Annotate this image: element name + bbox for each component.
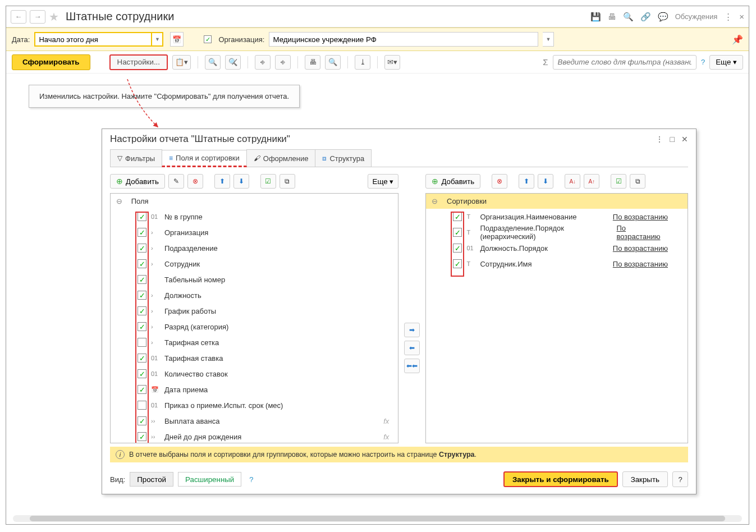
field-row[interactable]: ✓01№ в группе bbox=[111, 209, 398, 224]
mail-button[interactable]: ✉▾ bbox=[384, 55, 400, 70]
field-row[interactable]: ✓Табельный номер bbox=[111, 272, 398, 287]
sort-asc-button[interactable]: A↓ bbox=[565, 174, 580, 189]
org-dropdown-button[interactable]: ▼ bbox=[543, 32, 554, 47]
help-icon[interactable]: ? bbox=[701, 58, 705, 66]
field-checkbox[interactable]: ✓ bbox=[138, 212, 146, 221]
field-row[interactable]: ✓››Дней до дня рожденияfx bbox=[111, 429, 398, 443]
field-checkbox[interactable]: ✓ bbox=[138, 385, 146, 394]
tab-fields-sorting[interactable]: ≡Поля и сортировки bbox=[162, 150, 247, 167]
preview-icon[interactable]: 🔍 bbox=[623, 12, 634, 22]
more-button[interactable]: Еще ▾ bbox=[709, 55, 743, 70]
delete-field-button[interactable]: ⊗ bbox=[187, 174, 203, 189]
sort-row[interactable]: ✓TСотрудник.ИмяПо возрастанию bbox=[426, 256, 688, 272]
link-icon[interactable]: 🔗 bbox=[640, 12, 651, 22]
close-and-generate-button[interactable]: Закрыть и сформировать bbox=[503, 471, 618, 487]
move-all-left-button[interactable]: ⬅⬅ bbox=[404, 359, 420, 373]
sort-copy-button[interactable]: ⧉ bbox=[630, 174, 645, 189]
sort-desc-button[interactable]: A↑ bbox=[584, 174, 599, 189]
date-calendar-button[interactable]: 📅 bbox=[170, 32, 184, 47]
move-left-button[interactable]: ⬅ bbox=[404, 341, 420, 355]
nav-back-button[interactable]: ← bbox=[11, 10, 26, 24]
view-simple-button[interactable]: Простой bbox=[130, 472, 173, 487]
sort-check-all-button[interactable]: ☑ bbox=[611, 174, 626, 189]
move-down-button[interactable]: ⬇ bbox=[233, 174, 249, 189]
field-checkbox[interactable]: ✓ bbox=[138, 322, 146, 331]
menu-dots-icon[interactable]: ⋮ bbox=[724, 12, 732, 22]
field-row[interactable]: ›Тарифная сетка bbox=[111, 334, 398, 350]
field-checkbox[interactable]: ✓ bbox=[138, 306, 146, 315]
sort-checkbox[interactable]: ✓ bbox=[453, 244, 462, 253]
save-settings-button[interactable]: 📋▾ bbox=[172, 55, 191, 70]
dialog-menu-icon[interactable]: ⋮ bbox=[656, 135, 663, 144]
tab-filters[interactable]: ▽Фильтры bbox=[110, 149, 162, 167]
add-field-button[interactable]: ⊕Добавить bbox=[110, 174, 165, 189]
tab-appearance[interactable]: 🖌Оформление bbox=[246, 149, 316, 167]
sigma-icon[interactable]: Σ bbox=[543, 57, 548, 67]
pin-icon[interactable]: 📌 bbox=[732, 34, 743, 45]
generate-button[interactable]: Сформировать bbox=[12, 54, 90, 70]
field-row[interactable]: ✓›Сотрудник bbox=[111, 256, 398, 272]
field-checkbox[interactable]: ✓ bbox=[138, 369, 146, 378]
date-dropdown-button[interactable]: ▼ bbox=[152, 32, 163, 47]
sort-direction[interactable]: По возрастанию bbox=[613, 244, 668, 253]
field-checkbox[interactable] bbox=[138, 401, 146, 410]
field-checkbox[interactable]: ✓ bbox=[138, 244, 146, 253]
dialog-close-icon[interactable]: ✕ bbox=[681, 135, 688, 144]
search-cancel-button[interactable]: 🔍̸ bbox=[225, 55, 241, 70]
field-row[interactable]: ✓›График работы bbox=[111, 303, 398, 319]
field-row[interactable]: 01Приказ о приеме.Испыт. срок (мес) bbox=[111, 397, 398, 413]
preview2-button[interactable]: 🔍 bbox=[325, 55, 341, 70]
filter-input[interactable] bbox=[553, 55, 697, 70]
sort-row[interactable]: ✓TПодразделение.Порядок (иерархический)П… bbox=[426, 224, 688, 240]
settings-button[interactable]: Настройки... bbox=[109, 54, 168, 70]
field-row[interactable]: ✓📅Дата приема bbox=[111, 382, 398, 397]
move-right-button[interactable]: ➡ bbox=[404, 323, 420, 337]
field-row[interactable]: ✓›Организация bbox=[111, 224, 398, 240]
close-dialog-button[interactable]: Закрыть bbox=[622, 471, 668, 487]
copy-button[interactable]: ⧉ bbox=[280, 174, 295, 189]
add-sort-button[interactable]: ⊕Добавить bbox=[425, 174, 480, 189]
favorite-star-icon[interactable]: ★ bbox=[49, 10, 59, 24]
field-checkbox[interactable]: ✓ bbox=[138, 259, 146, 268]
export-button[interactable]: ⤓ bbox=[355, 55, 370, 70]
sort-row[interactable]: ✓TОрганизация.НаименованиеПо возрастанию bbox=[426, 209, 688, 224]
field-checkbox[interactable]: ✓ bbox=[138, 354, 146, 363]
sort-move-down-button[interactable]: ⬇ bbox=[538, 174, 553, 189]
search-button[interactable]: 🔍 bbox=[205, 55, 221, 70]
sort-row[interactable]: ✓01Должность.ПорядокПо возрастанию bbox=[426, 240, 688, 256]
sort-direction[interactable]: По возрастанию bbox=[613, 213, 668, 221]
org-checkbox[interactable]: ✓ bbox=[204, 35, 212, 43]
field-row[interactable]: ✓01Тарифная ставка bbox=[111, 350, 398, 366]
sort-checkbox[interactable]: ✓ bbox=[453, 259, 462, 268]
horizontal-scrollbar[interactable] bbox=[13, 515, 742, 522]
help-icon-2[interactable]: ? bbox=[249, 475, 253, 484]
sort-direction[interactable]: По возрастанию bbox=[613, 260, 668, 268]
dialog-maximize-icon[interactable]: □ bbox=[670, 135, 675, 144]
print-icon[interactable]: 🖶 bbox=[608, 12, 616, 21]
fields-more-button[interactable]: Еще ▾ bbox=[368, 174, 399, 189]
print2-button[interactable]: 🖶 bbox=[305, 55, 320, 70]
field-row[interactable]: ✓›Подразделение bbox=[111, 240, 398, 256]
field-checkbox[interactable]: ✓ bbox=[138, 432, 146, 441]
expand-button[interactable]: ⎆ bbox=[255, 55, 271, 70]
field-row[interactable]: ✓››Выплата авансаfx bbox=[111, 413, 398, 429]
close-icon[interactable]: × bbox=[739, 12, 744, 21]
discuss-icon[interactable]: 💬 bbox=[658, 12, 668, 22]
field-checkbox[interactable]: ✓ bbox=[138, 228, 146, 237]
save-icon[interactable]: 💾 bbox=[590, 12, 601, 22]
field-checkbox[interactable] bbox=[138, 338, 146, 347]
field-checkbox[interactable]: ✓ bbox=[138, 275, 146, 284]
sort-move-up-button[interactable]: ⬆ bbox=[519, 174, 534, 189]
collapse-button[interactable]: ⎆ bbox=[275, 55, 291, 70]
move-up-button[interactable]: ⬆ bbox=[214, 174, 230, 189]
tab-structure[interactable]: ⧈Структура bbox=[315, 149, 372, 167]
date-input[interactable] bbox=[34, 32, 152, 47]
field-row[interactable]: ✓›Должность bbox=[111, 287, 398, 303]
org-input[interactable] bbox=[269, 32, 538, 47]
delete-sort-button[interactable]: ⊗ bbox=[492, 174, 507, 189]
field-row[interactable]: ✓01Количество ставок bbox=[111, 366, 398, 382]
discuss-label[interactable]: Обсуждения bbox=[675, 12, 718, 21]
dialog-help-button[interactable]: ? bbox=[672, 471, 688, 487]
field-checkbox[interactable]: ✓ bbox=[138, 416, 146, 425]
sort-checkbox[interactable]: ✓ bbox=[453, 212, 462, 221]
